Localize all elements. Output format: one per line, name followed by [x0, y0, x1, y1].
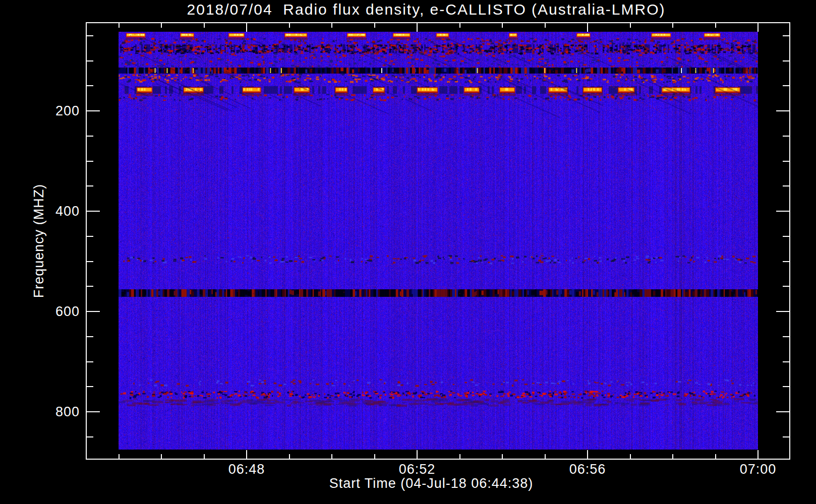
tick-mark [87, 185, 93, 186]
tick-mark [161, 454, 162, 459]
tick-mark [87, 110, 100, 111]
tick-mark [119, 23, 120, 28]
x-axis-label: Start Time (04-Jul-18 06:44:38) [86, 476, 777, 491]
tick-mark [87, 60, 93, 61]
tick-mark [246, 23, 247, 32]
tick-mark [776, 110, 789, 111]
tick-mark [459, 454, 460, 459]
tick-mark [87, 411, 100, 412]
tick-mark [783, 136, 789, 137]
x-tick-label: 06:56 [552, 462, 623, 477]
tick-mark [119, 454, 120, 459]
tick-mark [757, 450, 759, 459]
tick-mark [289, 454, 290, 459]
tick-mark [783, 361, 789, 362]
tick-mark [87, 161, 93, 162]
tick-mark [87, 261, 93, 262]
tick-mark [783, 60, 789, 61]
tick-mark [87, 85, 93, 86]
y-axis-label: Frequency (MHZ) [31, 184, 47, 298]
tick-mark [87, 386, 93, 387]
tick-mark [246, 450, 247, 459]
tick-mark [776, 411, 789, 412]
tick-mark [783, 336, 789, 337]
tick-mark [161, 23, 162, 28]
tick-mark [757, 23, 759, 32]
tick-mark [630, 454, 631, 459]
x-tick-label: 07:00 [723, 462, 793, 477]
tick-mark [331, 454, 332, 459]
tick-mark [783, 386, 789, 387]
tick-mark [87, 286, 93, 287]
tick-mark [417, 23, 418, 32]
y-tick-label: 800 [24, 404, 80, 420]
tick-mark [87, 211, 100, 212]
spectrogram-page: 2018/07/04 Radio flux density, e-CALLIST… [0, 0, 816, 504]
tick-mark [204, 23, 205, 28]
tick-mark [783, 286, 789, 287]
tick-mark [87, 136, 93, 137]
tick-mark [374, 23, 375, 28]
tick-mark [630, 23, 631, 28]
tick-mark [289, 23, 290, 28]
tick-mark [783, 161, 789, 162]
tick-mark [204, 454, 205, 459]
tick-mark [783, 236, 789, 237]
tick-mark [374, 454, 375, 459]
y-tick-label: 200 [24, 103, 80, 119]
tick-mark [417, 450, 418, 459]
tick-mark [331, 23, 332, 28]
tick-mark [545, 23, 546, 28]
tick-mark [672, 23, 673, 28]
tick-mark [783, 35, 789, 36]
tick-mark [715, 23, 716, 28]
tick-mark [783, 85, 789, 86]
tick-mark [459, 23, 460, 28]
tick-mark [776, 311, 789, 312]
x-tick-label: 06:52 [382, 462, 452, 477]
y-tick-label: 600 [24, 303, 80, 320]
tick-mark [87, 311, 100, 312]
tick-mark [87, 436, 93, 437]
tick-mark [783, 261, 789, 262]
tick-mark [587, 450, 588, 459]
tick-mark [502, 454, 503, 459]
tick-mark [87, 361, 93, 362]
tick-mark [87, 236, 93, 237]
tick-mark [502, 23, 503, 28]
tick-mark [87, 35, 93, 36]
tick-mark [783, 185, 789, 186]
tick-mark [776, 211, 789, 212]
chart-title: 2018/07/04 Radio flux density, e-CALLIST… [61, 1, 792, 18]
x-tick-label: 06:48 [211, 462, 282, 477]
tick-mark [87, 336, 93, 337]
tick-mark [545, 454, 546, 459]
tick-mark [715, 454, 716, 459]
tick-mark [672, 454, 673, 459]
tick-mark [587, 23, 588, 32]
tick-mark [783, 436, 789, 437]
plot-frame [86, 22, 790, 460]
